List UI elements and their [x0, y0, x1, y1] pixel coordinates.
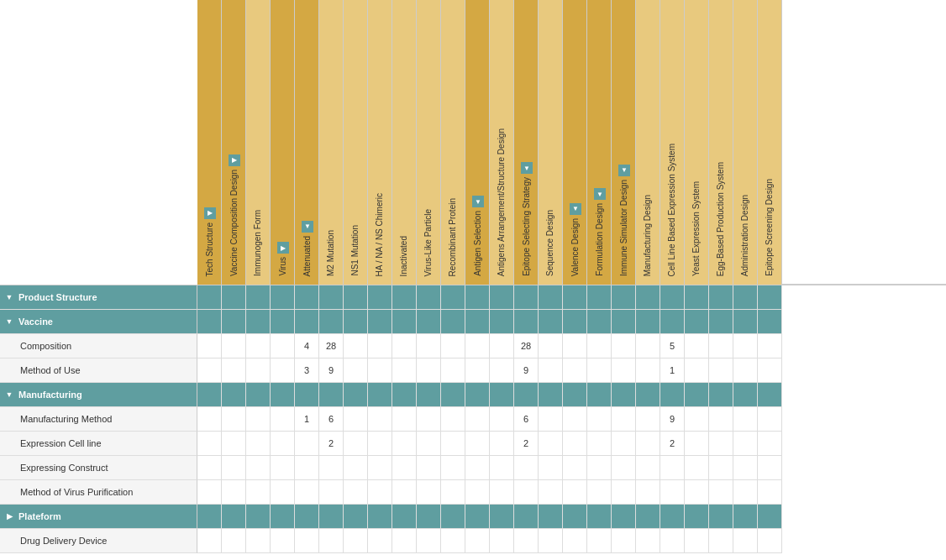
cell-expression_cell_line-attenuated: [295, 432, 319, 456]
cell-expression_cell_line-immune_simulator: [612, 432, 636, 456]
cell-method_virus_purification-vaccine_composition: [222, 480, 246, 505]
cell-manufacturing_method-immune_simulator: [612, 407, 636, 432]
expand-btn-antigen_selection[interactable]: ▼: [472, 196, 484, 207]
cell-drug_delivery_device-administration: [733, 529, 758, 553]
cell-drug_delivery_device-egg_based: [709, 529, 733, 553]
row-label-manufacturing[interactable]: ▼Manufacturing: [0, 383, 197, 407]
chevron-down-icon[interactable]: ▼: [3, 291, 15, 303]
cell-manufacturing-virus_like_particle: [417, 383, 441, 407]
data-row-expressing_construct: [197, 456, 946, 480]
row-label-product_structure[interactable]: ▼Product Structure: [0, 285, 197, 310]
cell-composition-virus_like_particle: [417, 334, 441, 359]
cell-manufacturing_method-valence_design: [563, 407, 587, 432]
cell-manufacturing-cell_line: [660, 383, 685, 407]
expand-btn-formulation_design[interactable]: ▼: [594, 188, 606, 200]
cell-composition-sequence_design: [539, 334, 563, 359]
col-header-antigens_arrangement: Antigens Arrangement/Structure Design: [490, 0, 514, 285]
cell-expression_cell_line-immunogen_form: [246, 432, 271, 456]
row-label-composition: Composition: [0, 334, 197, 359]
cell-drug_delivery_device-antigen_selection: [465, 529, 490, 553]
expand-btn-valence_design[interactable]: ▼: [570, 203, 581, 215]
cell-drug_delivery_device-manufacturing_design: [636, 529, 660, 553]
cell-manufacturing_method-epitope_screening: [758, 407, 782, 432]
col-header-ns1_mutation: NS1 Mutation: [344, 0, 368, 285]
cell-product_structure-yeast_expression: [685, 285, 709, 310]
cell-product_structure-vaccine_composition: [222, 285, 246, 310]
chevron-down-icon[interactable]: ▼: [3, 316, 15, 327]
cell-manufacturing-antigens_arrangement: [490, 383, 514, 407]
cell-vaccine-inactivated: [392, 310, 417, 334]
cell-expressing_construct-formulation_design: [587, 456, 612, 480]
cell-method_virus_purification-tech_structure: [197, 480, 222, 505]
cell-vaccine-epitope_screening: [758, 310, 782, 334]
cell-plateform-formulation_design: [587, 505, 612, 529]
row-label-plateform[interactable]: ▶Plateform: [0, 505, 197, 529]
cell-plateform-vaccine_composition: [222, 505, 246, 529]
cell-composition-recombinant_protein: [441, 334, 465, 359]
col-header-immunogen_form: Immunogen Form: [246, 0, 271, 285]
cell-expressing_construct-immune_simulator: [612, 456, 636, 480]
cell-plateform-sequence_design: [539, 505, 563, 529]
expand-btn-attenuated[interactable]: ▼: [302, 221, 313, 233]
expand-btn-tech_structure[interactable]: ▶: [204, 207, 216, 219]
cell-manufacturing_method-cell_line: 9: [660, 407, 685, 432]
cell-method_virus_purification-m2_mutation: [319, 480, 344, 505]
row-label-drug_delivery_device: Drug Delivery Device: [0, 529, 197, 553]
cell-composition-administration: [733, 334, 758, 359]
expand-btn-vaccine_composition[interactable]: ▶: [229, 154, 240, 166]
cell-composition-tech_structure: [197, 334, 222, 359]
cell-vaccine-m2_mutation: [319, 310, 344, 334]
cell-method_of_use-sequence_design: [539, 359, 563, 383]
cell-expression_cell_line-cell_line: 2: [660, 432, 685, 456]
cell-plateform-immune_simulator: [612, 505, 636, 529]
col-header-text-manufacturing_design: Manufacturing Design: [643, 195, 653, 276]
grid-area[interactable]: ▶Tech Structure▶Vaccine Composition Desi…: [197, 0, 946, 560]
row-label-text-plateform: Plateform: [18, 511, 61, 521]
col-header-text-ha_na_ns_chimeric: HA / NA / NS Chimeric: [375, 193, 385, 276]
cell-expression_cell_line-sequence_design: [539, 432, 563, 456]
cell-plateform-tech_structure: [197, 505, 222, 529]
cell-vaccine-vaccine_composition: [222, 310, 246, 334]
col-header-text-formulation_design: Formulation Design: [595, 203, 605, 276]
cell-expression_cell_line-ha_na_ns_chimeric: [368, 432, 392, 456]
chevron-right-icon[interactable]: ▶: [3, 510, 15, 522]
cell-manufacturing_method-attenuated: 1: [295, 407, 319, 432]
data-row-expression_cell_line: 222: [197, 432, 946, 456]
cell-vaccine-sequence_design: [539, 310, 563, 334]
expand-btn-epitope_selecting[interactable]: ▼: [521, 162, 533, 174]
cell-vaccine-recombinant_protein: [441, 310, 465, 334]
cell-composition-egg_based: [709, 334, 733, 359]
cell-expression_cell_line-virus: [271, 432, 295, 456]
cell-expression_cell_line-virus_like_particle: [417, 432, 441, 456]
cell-expression_cell_line-formulation_design: [587, 432, 612, 456]
row-label-vaccine[interactable]: ▼Vaccine: [0, 310, 197, 334]
row-label-text-manufacturing: Manufacturing: [18, 390, 82, 400]
cell-expressing_construct-sequence_design: [539, 456, 563, 480]
cell-method_of_use-tech_structure: [197, 359, 222, 383]
cell-manufacturing-tech_structure: [197, 383, 222, 407]
cell-method_virus_purification-virus: [271, 480, 295, 505]
cell-vaccine-antigen_selection: [465, 310, 490, 334]
cell-expressing_construct-egg_based: [709, 456, 733, 480]
expand-btn-virus[interactable]: ▶: [277, 242, 289, 254]
cell-method_virus_purification-sequence_design: [539, 480, 563, 505]
cell-drug_delivery_device-epitope_screening: [758, 529, 782, 553]
cell-expression_cell_line-valence_design: [563, 432, 587, 456]
col-header-text-inactivated: Inactivated: [399, 236, 409, 276]
cell-composition-epitope_selecting: 28: [514, 334, 539, 359]
cell-drug_delivery_device-epitope_selecting: [514, 529, 539, 553]
cell-manufacturing-inactivated: [392, 383, 417, 407]
cell-composition-vaccine_composition: [222, 334, 246, 359]
cell-composition-ns1_mutation: [344, 334, 368, 359]
cell-manufacturing_method-egg_based: [709, 407, 733, 432]
cell-method_virus_purification-ns1_mutation: [344, 480, 368, 505]
chevron-down-icon[interactable]: ▼: [3, 389, 15, 400]
cell-expressing_construct-antigens_arrangement: [490, 456, 514, 480]
data-row-composition: 428285: [197, 334, 946, 359]
cell-manufacturing-immunogen_form: [246, 383, 271, 407]
cell-expressing_construct-epitope_screening: [758, 456, 782, 480]
cell-method_virus_purification-formulation_design: [587, 480, 612, 505]
expand-btn-immune_simulator[interactable]: ▼: [618, 165, 630, 176]
cell-manufacturing-antigen_selection: [465, 383, 490, 407]
cell-method_of_use-administration: [733, 359, 758, 383]
